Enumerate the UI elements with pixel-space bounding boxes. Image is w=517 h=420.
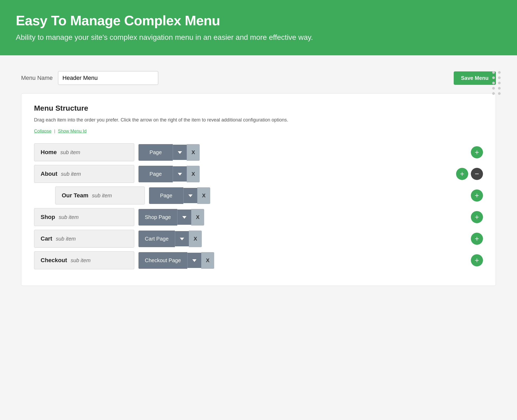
- ourteam-item-box: Our Team sub item: [55, 187, 145, 204]
- collapse-link[interactable]: Collapse: [34, 129, 51, 134]
- cart-actions: +: [471, 233, 483, 245]
- menu-links: Collapse | Show Menu Id: [34, 129, 483, 134]
- checkout-type-button[interactable]: Checkout Page: [138, 252, 187, 269]
- shop-item-name: Shop: [41, 214, 55, 221]
- home-dropdown-button[interactable]: [173, 145, 187, 160]
- home-dropdown-icon: [178, 151, 182, 154]
- shop-item-box: Shop sub item: [34, 208, 134, 226]
- ourteam-type-button[interactable]: Page: [149, 187, 183, 204]
- cart-remove-button[interactable]: X: [189, 231, 202, 247]
- shop-dropdown-button[interactable]: [177, 209, 191, 225]
- dot-3: [492, 76, 495, 79]
- dots-decoration: [492, 71, 501, 95]
- home-item-sub: sub item: [59, 149, 80, 155]
- checkout-dropdown-button[interactable]: [187, 253, 201, 268]
- menu-items-list: Home sub item Page X + About: [34, 143, 483, 273]
- about-dropdown-button[interactable]: [173, 166, 187, 182]
- home-type-button[interactable]: Page: [138, 144, 173, 161]
- links-separator: |: [54, 129, 55, 134]
- about-item-sub: sub item: [60, 171, 81, 177]
- cart-type-button[interactable]: Cart Page: [138, 231, 175, 247]
- about-actions: + −: [456, 168, 483, 180]
- home-item-name: Home: [41, 149, 57, 156]
- ourteam-add-button[interactable]: +: [471, 189, 483, 202]
- shop-remove-button[interactable]: X: [191, 209, 204, 226]
- home-actions: +: [471, 146, 483, 158]
- cart-item-box: Cart sub item: [34, 230, 134, 248]
- table-row: About sub item Page X + −: [34, 165, 483, 183]
- save-menu-button[interactable]: Save Menu: [454, 71, 496, 85]
- header-banner: Easy To Manage Complex Menu Ability to m…: [0, 0, 517, 55]
- table-row: Cart sub item Cart Page X +: [34, 230, 483, 248]
- header-subtitle: Ability to manage your site's complex na…: [16, 33, 501, 42]
- menu-name-input[interactable]: [58, 71, 158, 85]
- checkout-remove-button[interactable]: X: [201, 252, 214, 269]
- home-add-button[interactable]: +: [471, 146, 483, 158]
- about-delete-button[interactable]: −: [471, 168, 483, 180]
- checkout-item-name: Checkout: [41, 257, 67, 264]
- dot-4: [498, 76, 501, 79]
- about-remove-button[interactable]: X: [187, 166, 200, 182]
- checkout-type-group: Checkout Page X: [138, 252, 214, 269]
- about-item-name: About: [41, 170, 58, 177]
- ourteam-actions: +: [471, 189, 483, 202]
- home-item-box: Home sub item: [34, 143, 134, 161]
- ourteam-type-group: Page X: [149, 187, 210, 204]
- table-row: Shop sub item Shop Page X +: [34, 208, 483, 226]
- shop-type-button[interactable]: Shop Page: [138, 209, 177, 226]
- checkout-item-box: Checkout sub item: [34, 251, 134, 269]
- cart-add-button[interactable]: +: [471, 233, 483, 245]
- main-content: Menu Name Save Menu Menu Structure Drag …: [0, 55, 517, 302]
- cart-dropdown-button[interactable]: [175, 231, 189, 246]
- menu-name-label: Menu Name: [21, 75, 53, 81]
- shop-actions: +: [471, 211, 483, 223]
- table-row: Checkout sub item Checkout Page X +: [34, 251, 483, 269]
- dot-1: [492, 71, 495, 74]
- dot-10: [498, 92, 501, 95]
- about-add-button[interactable]: +: [456, 168, 468, 180]
- dot-5: [492, 82, 495, 84]
- about-type-button[interactable]: Page: [138, 166, 173, 182]
- shop-add-button[interactable]: +: [471, 211, 483, 223]
- dot-6: [498, 82, 501, 84]
- cart-dropdown-icon: [180, 238, 184, 240]
- about-type-group: Page X: [138, 166, 200, 182]
- shop-type-group: Shop Page X: [138, 209, 204, 226]
- table-row: Home sub item Page X +: [34, 143, 483, 161]
- checkout-add-button[interactable]: +: [471, 254, 483, 266]
- shop-dropdown-icon: [182, 216, 186, 219]
- menu-structure-title: Menu Structure: [34, 104, 483, 113]
- about-item-box: About sub item: [34, 165, 134, 183]
- checkout-item-sub: sub item: [69, 257, 90, 263]
- dot-7: [492, 87, 495, 90]
- menu-name-row: Menu Name Save Menu: [21, 71, 496, 85]
- cart-item-name: Cart: [41, 235, 52, 242]
- about-dropdown-icon: [178, 173, 182, 175]
- dot-8: [498, 87, 501, 90]
- menu-structure-card: Menu Structure Drag each item into the o…: [21, 93, 496, 286]
- shop-item-sub: sub item: [57, 214, 79, 220]
- show-menu-id-link[interactable]: Show Menu Id: [58, 129, 87, 134]
- menu-structure-description: Drag each item into the order you prefer…: [34, 117, 483, 123]
- cart-type-group: Cart Page X: [138, 231, 202, 247]
- checkout-actions: +: [471, 254, 483, 266]
- ourteam-item-name: Our Team: [62, 192, 88, 199]
- ourteam-remove-button[interactable]: X: [197, 187, 210, 204]
- header-title: Easy To Manage Complex Menu: [16, 13, 501, 28]
- table-row: Our Team sub item Page X +: [34, 187, 483, 204]
- ourteam-item-sub: sub item: [90, 193, 112, 199]
- dot-2: [498, 71, 501, 74]
- ourteam-dropdown-icon: [188, 194, 193, 197]
- home-remove-button[interactable]: X: [187, 144, 200, 161]
- dot-9: [492, 92, 495, 95]
- cart-item-sub: sub item: [54, 236, 76, 242]
- checkout-dropdown-icon: [192, 259, 197, 262]
- ourteam-dropdown-button[interactable]: [183, 188, 197, 203]
- home-type-group: Page X: [138, 144, 200, 161]
